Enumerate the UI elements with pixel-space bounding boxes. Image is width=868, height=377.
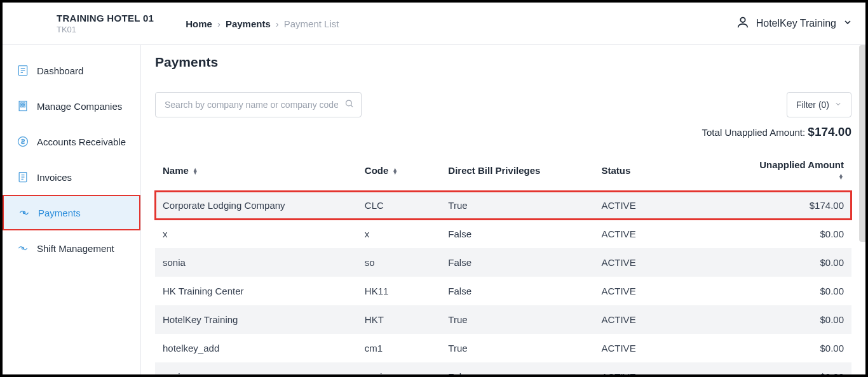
cell-code: x — [357, 220, 441, 248]
cell-priv: False — [440, 248, 593, 277]
user-menu[interactable]: HotelKey Training — [736, 15, 853, 32]
sidebar-item-label: Accounts Receivable — [37, 136, 126, 147]
cell-priv: True — [440, 334, 593, 362]
svg-rect-9 — [24, 105, 25, 107]
top-header: TRAINING HOTEL 01 TK01 Home › Payments ›… — [3, 3, 865, 45]
sidebar-item-label: Shift Management — [37, 243, 114, 254]
sidebar: Dashboard Manage Companies Accounts Rece… — [3, 45, 141, 374]
cell-code: so — [357, 248, 441, 277]
cell-amt: $174.00 — [747, 191, 851, 220]
cell-status: ACTIVE — [593, 248, 747, 277]
svg-rect-6 — [21, 103, 23, 105]
total-value: $174.00 — [808, 125, 851, 138]
cell-code: HKT — [357, 305, 441, 334]
cell-name: HotelKey Training — [155, 305, 357, 334]
cell-name: x — [155, 220, 357, 248]
sidebar-item-label: Manage Companies — [37, 101, 122, 112]
cell-amt: $0.00 — [747, 362, 851, 374]
svg-rect-5 — [19, 102, 27, 111]
table-row[interactable]: HotelKey TrainingHKTTrueACTIVE$0.00 — [155, 305, 851, 334]
chevron-right-icon: › — [276, 18, 279, 29]
svg-rect-8 — [21, 105, 23, 107]
cell-amt: $0.00 — [747, 220, 851, 248]
sidebar-item-ar[interactable]: Accounts Receivable — [3, 124, 140, 159]
cell-amt: $0.00 — [747, 248, 851, 277]
toolbar: Filter (0) — [155, 92, 851, 117]
cell-name: hotelkey_add — [155, 334, 357, 362]
receivable-icon — [17, 135, 29, 148]
sidebar-item-invoices[interactable]: Invoices — [3, 159, 140, 195]
header-left: TRAINING HOTEL 01 TK01 Home › Payments ›… — [15, 13, 339, 34]
cell-priv: False — [440, 362, 593, 374]
cell-amt: $0.00 — [747, 334, 851, 362]
cell-code: cm1 — [357, 334, 441, 362]
search-wrap — [155, 92, 362, 117]
svg-rect-7 — [24, 103, 25, 105]
col-code[interactable]: Code▲▼ — [357, 153, 441, 191]
cell-status: ACTIVE — [593, 191, 747, 220]
hotel-name: TRAINING HOTEL 01 — [57, 13, 154, 23]
sidebar-item-shift[interactable]: Shift Management — [3, 230, 140, 266]
sidebar-item-dashboard[interactable]: Dashboard — [3, 53, 140, 88]
sidebar-item-payments[interactable]: Payments — [3, 195, 140, 230]
dashboard-icon — [17, 64, 29, 77]
cell-priv: True — [440, 191, 593, 220]
table-row[interactable]: HK Training CenterHK11FalseACTIVE$0.00 — [155, 277, 851, 305]
sidebar-item-companies[interactable]: Manage Companies — [3, 88, 140, 124]
breadcrumb-home[interactable]: Home — [186, 18, 212, 29]
cell-status: ACTIVE — [593, 305, 747, 334]
chevron-down-icon — [843, 17, 853, 30]
filter-label: Filter (0) — [796, 100, 829, 110]
breadcrumb: Home › Payments › Payment List — [186, 18, 339, 29]
total-unapplied: Total Unapplied Amount: $174.00 — [155, 125, 851, 139]
col-amount[interactable]: Unapplied Amount▲▼ — [747, 153, 851, 191]
scrollbar[interactable] — [859, 45, 865, 242]
page-title: Payments — [155, 55, 851, 70]
table-row[interactable]: hotelkey_addcm1TrueACTIVE$0.00 — [155, 334, 851, 362]
filter-button[interactable]: Filter (0) — [787, 92, 851, 117]
sidebar-item-label: Invoices — [37, 172, 72, 183]
sort-icon: ▲▼ — [392, 168, 398, 174]
cell-code: HK11 — [357, 277, 441, 305]
cell-name: sonia — [155, 248, 357, 277]
total-label: Total Unapplied Amount: — [702, 127, 808, 138]
svg-point-0 — [740, 18, 745, 22]
cell-amt: $0.00 — [747, 305, 851, 334]
svg-point-17 — [346, 100, 352, 106]
hotel-code: TK01 — [57, 25, 154, 34]
companies-icon — [17, 100, 29, 112]
cell-priv: False — [440, 220, 593, 248]
cell-status: ACTIVE — [593, 277, 747, 305]
table-row[interactable]: soniasoniFalseACTIVE$0.00 — [155, 362, 851, 374]
cell-name: HK Training Center — [155, 277, 357, 305]
search-input[interactable] — [155, 92, 362, 117]
svg-line-18 — [351, 105, 353, 107]
col-status[interactable]: Status — [593, 153, 747, 191]
cell-name: sonia — [155, 362, 357, 374]
sidebar-item-label: Payments — [38, 208, 81, 218]
col-name[interactable]: Name▲▼ — [155, 153, 357, 191]
chevron-right-icon: › — [217, 18, 220, 29]
cell-code: soni — [357, 362, 441, 374]
sidebar-item-label: Dashboard — [37, 65, 83, 76]
table-row[interactable]: soniasoFalseACTIVE$0.00 — [155, 248, 851, 277]
payments-table: Name▲▼ Code▲▼ Direct Bill Privileges Sta… — [155, 153, 851, 374]
main-content: Payments Filter (0) Total Unapplied Amou… — [141, 45, 865, 374]
table-header-row: Name▲▼ Code▲▼ Direct Bill Privileges Sta… — [155, 153, 851, 191]
invoices-icon — [17, 171, 29, 183]
breadcrumb-current: Payment List — [284, 18, 339, 29]
sort-icon: ▲▼ — [193, 168, 198, 174]
col-priv[interactable]: Direct Bill Privileges — [440, 153, 593, 191]
table-row[interactable]: xxFalseACTIVE$0.00 — [155, 220, 851, 248]
cell-amt: $0.00 — [747, 277, 851, 305]
search-icon — [344, 99, 354, 111]
cell-status: ACTIVE — [593, 334, 747, 362]
user-icon — [736, 15, 750, 32]
cell-priv: False — [440, 277, 593, 305]
user-label: HotelKey Training — [756, 18, 836, 29]
breadcrumb-payments[interactable]: Payments — [226, 18, 271, 29]
table-row[interactable]: Corporate Lodging CompanyCLCTrueACTIVE$1… — [155, 191, 851, 220]
cell-status: ACTIVE — [593, 362, 747, 374]
shift-icon — [17, 242, 29, 255]
hotel-block: TRAINING HOTEL 01 TK01 — [57, 13, 154, 34]
